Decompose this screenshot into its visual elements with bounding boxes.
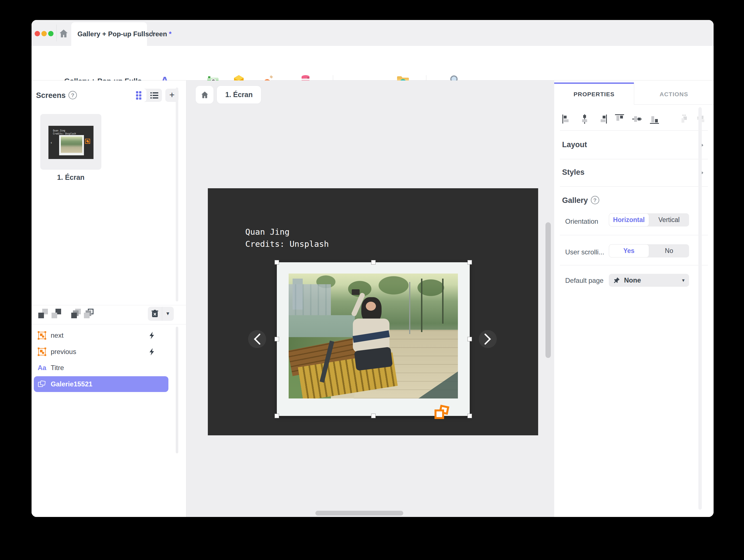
gallery-previous-button[interactable] <box>248 330 266 348</box>
list-icon <box>150 92 158 99</box>
scrolling-no-option[interactable]: No <box>649 244 690 257</box>
bring-to-front-icon[interactable] <box>84 309 94 318</box>
action-bolt-icon[interactable] <box>149 348 155 356</box>
caret-down-icon: ▾ <box>682 277 684 283</box>
align-bottom-icon[interactable] <box>649 114 660 124</box>
home-icon[interactable] <box>59 29 69 39</box>
align-center-horizontal-icon[interactable] <box>580 114 590 124</box>
thumbnail-photo <box>61 136 82 153</box>
layers-scrollbar[interactable] <box>176 327 178 453</box>
screen-thumbnail-card[interactable]: Quan JingCredits: Unsplash ‹ <box>40 114 101 170</box>
action-bolt-icon[interactable] <box>149 331 155 339</box>
screen-thumbnail-preview: Quan JingCredits: Unsplash ‹ <box>48 126 94 159</box>
grid-icon <box>136 91 141 99</box>
layer-row-next[interactable]: next <box>34 327 169 343</box>
gallery-photo-widget[interactable] <box>277 262 470 416</box>
gallery-layer-icon <box>38 381 46 388</box>
divider <box>32 324 186 324</box>
bring-forward-icon[interactable] <box>51 309 61 318</box>
tab-properties[interactable]: PROPERTIES <box>554 82 634 105</box>
selection-handle-bottom-left[interactable] <box>274 414 279 418</box>
layer-row-titre[interactable]: Aa Titre <box>34 360 169 376</box>
default-page-label: Default page <box>565 277 603 284</box>
layer-row-galerie[interactable]: Galerie15521 <box>34 376 169 392</box>
thumbnail-caption-text: Quan JingCredits: Unsplash <box>53 129 76 135</box>
tab-actions[interactable]: ACTIONS <box>634 82 714 105</box>
help-icon[interactable]: ? <box>68 91 77 99</box>
list-view-button[interactable] <box>146 89 162 102</box>
close-tab-icon[interactable]: ✕ <box>136 30 144 38</box>
selection-handle-middle-left[interactable] <box>274 337 279 342</box>
canvas-vertical-scrollbar[interactable] <box>546 222 551 358</box>
inspector-scrollbar[interactable] <box>698 107 702 510</box>
gallery-next-button[interactable] <box>479 330 497 348</box>
widget-icon <box>38 332 46 339</box>
close-window-button[interactable] <box>35 31 40 36</box>
send-to-back-icon[interactable] <box>71 309 81 318</box>
screens-scrollbar[interactable] <box>176 87 178 302</box>
send-backward-icon[interactable] <box>38 309 48 318</box>
unsaved-marker: * <box>169 30 172 38</box>
orientation-label: Orientation <box>565 217 598 226</box>
minimize-window-button[interactable] <box>41 31 47 36</box>
thumbnail-polaroid <box>59 135 84 155</box>
gallery-placeholder-icon <box>435 405 450 421</box>
selection-handle-top-left[interactable] <box>274 260 279 265</box>
app-screen-stage[interactable]: Quan JingCredits: Unsplash <box>208 188 538 435</box>
canvas-horizontal-scrollbar[interactable] <box>315 511 403 516</box>
thumbnail-next-widget-icon <box>85 139 90 144</box>
new-tab-button[interactable]: + <box>147 27 158 39</box>
delete-layer-group: ▼ <box>148 307 174 321</box>
home-icon <box>200 91 209 99</box>
chevron-right-icon <box>484 333 491 345</box>
inspector-tabs: PROPERTIES ACTIONS <box>554 82 714 105</box>
delete-layer-button[interactable] <box>148 307 162 321</box>
maximize-window-button[interactable] <box>48 31 53 36</box>
align-middle-vertical-icon[interactable] <box>632 114 642 124</box>
gallery-caption-text[interactable]: Quan JingCredits: Unsplash <box>245 226 329 250</box>
photo-woman-on-bench <box>289 274 458 398</box>
main-toolbar: Gallery + Pop-up Fulls... Tablette / 108… <box>32 46 714 80</box>
thumbnail-prev-chevron: ‹ <box>51 141 52 145</box>
divider <box>560 159 708 159</box>
user-scrolling-label: User scrolli... <box>565 248 604 256</box>
orientation-horizontal-option[interactable]: Horizontal <box>609 213 649 227</box>
screens-panel-title: Screens? <box>36 91 77 100</box>
text-layer-icon: Aa <box>38 364 46 372</box>
selection-handle-top-right[interactable] <box>468 260 472 265</box>
help-icon[interactable]: ? <box>591 196 599 204</box>
divider <box>560 235 708 235</box>
breadcrumb-screen-chip[interactable]: 1. Écran <box>217 86 261 104</box>
align-right-icon[interactable] <box>597 114 607 124</box>
pushpin-icon <box>613 277 620 284</box>
scrolling-yes-option[interactable]: Yes <box>609 244 649 257</box>
selection-handle-top-center[interactable] <box>371 260 376 265</box>
distribute-horizontal-icon[interactable] <box>679 114 690 124</box>
design-canvas[interactable]: 1. Écran Quan JingCredits: Unsplash <box>186 80 554 517</box>
desktop-background: Gallery + Pop-up Fullscreen * ✕ + Galler… <box>0 0 744 560</box>
selection-handle-bottom-right[interactable] <box>468 414 472 418</box>
chevron-left-icon <box>254 333 261 345</box>
selection-handle-bottom-center[interactable] <box>371 414 376 418</box>
divider <box>56 25 57 41</box>
divider <box>560 186 708 187</box>
align-top-icon[interactable] <box>615 114 625 124</box>
breadcrumb-home-button[interactable] <box>196 86 214 104</box>
tab-bar: Gallery + Pop-up Fullscreen * ✕ + <box>32 20 714 46</box>
screens-view-toggle <box>131 89 162 102</box>
widget-icon <box>38 348 46 355</box>
selection-handle-middle-right[interactable] <box>468 337 472 342</box>
app-window: Gallery + Pop-up Fullscreen * ✕ + Galler… <box>32 20 714 517</box>
grid-view-button[interactable] <box>131 89 146 102</box>
document-tab[interactable]: Gallery + Pop-up Fullscreen * ✕ <box>71 22 147 46</box>
layer-row-previous[interactable]: previous <box>34 344 169 360</box>
section-gallery-title: Gallery? <box>562 196 599 205</box>
orientation-vertical-option[interactable]: Vertical <box>649 213 690 227</box>
default-page-dropdown[interactable]: None ▾ <box>609 274 689 287</box>
orientation-segmented-control: Horizontal Vertical <box>609 213 689 227</box>
delete-options-caret[interactable]: ▼ <box>162 307 174 321</box>
alignment-toolbar <box>562 113 714 125</box>
inspector-panel: PROPERTIES ACTIONS Layout Styles <box>554 80 714 517</box>
align-left-icon[interactable] <box>562 114 572 124</box>
screen-thumbnail-label[interactable]: 1. Écran <box>40 173 101 182</box>
